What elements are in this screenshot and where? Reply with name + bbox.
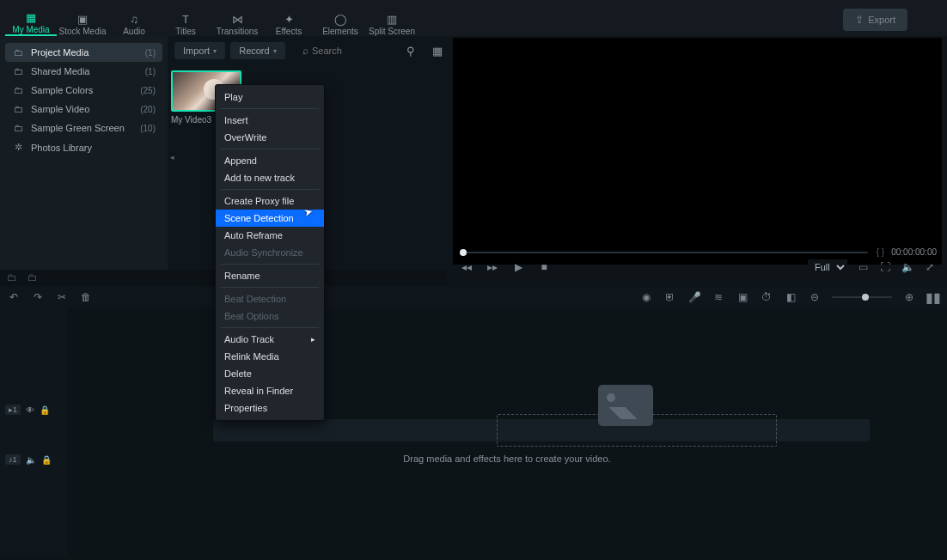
sidebar-item-photos-library[interactable]: ✲Photos Library bbox=[5, 137, 162, 157]
color-icon[interactable]: ◧ bbox=[784, 290, 797, 304]
search-input[interactable] bbox=[312, 46, 389, 56]
top-tab-stock-media[interactable]: ▣Stock Media bbox=[57, 3, 108, 36]
volume-icon[interactable]: 🔈 bbox=[901, 260, 914, 274]
top-tab-split-screen[interactable]: ▥Split Screen bbox=[366, 3, 418, 36]
tab-label: Audio bbox=[123, 27, 145, 36]
audio-track-header[interactable]: ♪1 🔈 🔒 bbox=[0, 435, 67, 484]
audio-icon: ♫ bbox=[127, 13, 141, 25]
record-button[interactable]: Record bbox=[230, 42, 284, 59]
ctx-relink-media[interactable]: Relink Media bbox=[216, 348, 324, 365]
timeline-view-icon[interactable]: ▮▮ bbox=[926, 290, 940, 304]
speed-icon[interactable]: ⏱ bbox=[760, 290, 773, 304]
mute-icon[interactable]: 🔈 bbox=[26, 455, 36, 465]
lock-icon[interactable]: 🔒 bbox=[40, 405, 50, 415]
marker-icon[interactable]: ⛨ bbox=[663, 290, 677, 304]
timeline-tracks[interactable]: Drag media and effects here to create yo… bbox=[67, 307, 947, 555]
tab-label: Stock Media bbox=[58, 27, 106, 36]
redo-icon[interactable]: ↷ bbox=[31, 290, 45, 304]
top-tab-my-media[interactable]: ▦My Media bbox=[5, 3, 57, 36]
delete-icon[interactable]: 🗑 bbox=[79, 290, 93, 304]
render-icon[interactable]: ◉ bbox=[639, 290, 653, 304]
fullscreen-icon[interactable]: ⤢ bbox=[923, 260, 937, 274]
ctx-add-to-new-track[interactable]: Add to new track bbox=[216, 169, 324, 186]
ctx-insert[interactable]: Insert bbox=[216, 112, 324, 129]
track-headers: ▸1 👁 🔒 ♪1 🔈 🔒 bbox=[0, 307, 67, 555]
zoom-thumb[interactable] bbox=[862, 294, 869, 301]
titles-icon: T bbox=[179, 13, 192, 25]
folder-new-icon[interactable]: 🗀 bbox=[27, 271, 38, 283]
ctx-beat-options: Beat Options bbox=[216, 307, 324, 325]
folder-icon: 🗀 bbox=[12, 104, 24, 114]
display-icon[interactable]: ▭ bbox=[856, 260, 870, 274]
folder-up-icon[interactable]: 🗀 bbox=[7, 271, 17, 283]
preview-screen[interactable] bbox=[453, 38, 942, 265]
top-tab-effects[interactable]: ✦Effects bbox=[263, 3, 315, 36]
sidebar-item-sample-video[interactable]: 🗀Sample Video(20) bbox=[5, 100, 162, 119]
ctx-separator bbox=[221, 189, 319, 190]
sidebar-item-count: (20) bbox=[140, 105, 156, 114]
video-track-header[interactable]: ▸1 👁 🔒 bbox=[0, 385, 67, 435]
ctx-append[interactable]: Append bbox=[216, 152, 324, 169]
grid-view-icon[interactable]: ▦ bbox=[432, 45, 443, 58]
upper-panels: 🗀Project Media(1)🗀Shared Media(1)🗀Sample… bbox=[0, 36, 947, 277]
snapshot-icon[interactable]: ⛶ bbox=[878, 260, 892, 274]
ctx-play[interactable]: Play bbox=[216, 88, 324, 106]
ctx-rename[interactable]: Rename bbox=[216, 267, 324, 284]
split-screen-icon: ▥ bbox=[385, 13, 399, 25]
top-tab-transitions[interactable]: ⋈Transitions bbox=[211, 3, 263, 36]
effects-icon: ✦ bbox=[282, 13, 296, 25]
mixer-icon[interactable]: ≋ bbox=[712, 290, 725, 304]
media-tools: Import Record ⌕ ⚲ ▦ bbox=[168, 36, 453, 64]
ctx-reveal-in-finder[interactable]: Reveal in Finder bbox=[216, 382, 324, 399]
sidebar-item-count: (25) bbox=[140, 86, 156, 95]
zoom-slider[interactable] bbox=[832, 296, 892, 298]
top-tab-audio[interactable]: ♫Audio bbox=[108, 3, 160, 36]
prev-frame-icon[interactable]: ◂◂ bbox=[460, 260, 474, 274]
tab-label: Split Screen bbox=[369, 27, 415, 36]
chevron-right-icon: ▸ bbox=[311, 335, 315, 344]
zoom-out-icon[interactable]: ⊖ bbox=[808, 290, 822, 304]
ctx-properties[interactable]: Properties bbox=[216, 399, 324, 417]
top-tab-titles[interactable]: TTitles bbox=[160, 3, 211, 36]
sidebar-item-project-media[interactable]: 🗀Project Media(1) bbox=[5, 43, 162, 62]
ctx-overwrite[interactable]: OverWrite bbox=[216, 129, 324, 146]
sidebar-item-sample-colors[interactable]: 🗀Sample Colors(25) bbox=[5, 81, 162, 100]
folder-icon: 🗀 bbox=[12, 66, 24, 76]
lock-icon[interactable]: 🔒 bbox=[41, 455, 52, 465]
stop-icon[interactable]: ■ bbox=[537, 260, 551, 274]
timecode-braces: { } bbox=[877, 247, 884, 257]
timeline-toolbar: ↶ ↷ ✂ 🗑 ◉ ⛨ 🎤 ≋ ▣ ⏱ ◧ ⊖ ⊕ ▮▮ bbox=[0, 287, 947, 307]
play-icon[interactable]: ▶ bbox=[511, 260, 525, 274]
crop-icon[interactable]: ▣ bbox=[736, 290, 749, 304]
undo-icon[interactable]: ↶ bbox=[7, 290, 21, 304]
sidebar-item-shared-media[interactable]: 🗀Shared Media(1) bbox=[5, 62, 162, 81]
scrub-playhead[interactable] bbox=[460, 249, 467, 256]
eye-icon[interactable]: 👁 bbox=[26, 405, 34, 415]
voiceover-icon[interactable]: 🎤 bbox=[687, 290, 701, 304]
scrub-bar[interactable] bbox=[460, 252, 868, 253]
collapse-sidebar-icon[interactable]: ◂ bbox=[170, 153, 174, 161]
tab-label: Elements bbox=[322, 27, 358, 36]
export-button[interactable]: Export bbox=[843, 9, 907, 31]
preview-quality-select[interactable]: Full bbox=[808, 259, 847, 275]
folder-icon: 🗀 bbox=[12, 85, 24, 95]
filter-icon[interactable]: ⚲ bbox=[406, 45, 415, 58]
next-frame-icon[interactable]: ▸▸ bbox=[486, 260, 499, 274]
zoom-in-icon[interactable]: ⊕ bbox=[902, 290, 916, 304]
ctx-delete[interactable]: Delete bbox=[216, 365, 324, 382]
ctx-auto-reframe[interactable]: Auto Reframe bbox=[216, 227, 324, 244]
drop-hint: Drag media and effects here to create yo… bbox=[67, 453, 947, 464]
ctx-beat-detection: Beat Detection bbox=[216, 290, 324, 307]
import-button[interactable]: Import bbox=[174, 42, 225, 59]
top-tab-elements[interactable]: ◯Elements bbox=[315, 3, 366, 36]
preview-panel bbox=[453, 36, 947, 277]
tab-label: Effects bbox=[276, 27, 302, 36]
ctx-audio-track[interactable]: Audio Track▸ bbox=[216, 331, 324, 348]
ctx-separator bbox=[221, 149, 319, 149]
playback-controls: ◂◂ ▸▸ ▶ ■ Full ▭ ⛶ 🔈 ⤢ bbox=[453, 257, 944, 275]
sidebar-item-sample-green-screen[interactable]: 🗀Sample Green Screen(10) bbox=[5, 119, 162, 137]
ctx-audio-synchronize: Audio Synchronize bbox=[216, 244, 324, 261]
cut-icon[interactable]: ✂ bbox=[55, 290, 69, 304]
folder-icon: 🗀 bbox=[12, 123, 24, 133]
my-media-icon: ▦ bbox=[24, 11, 38, 23]
